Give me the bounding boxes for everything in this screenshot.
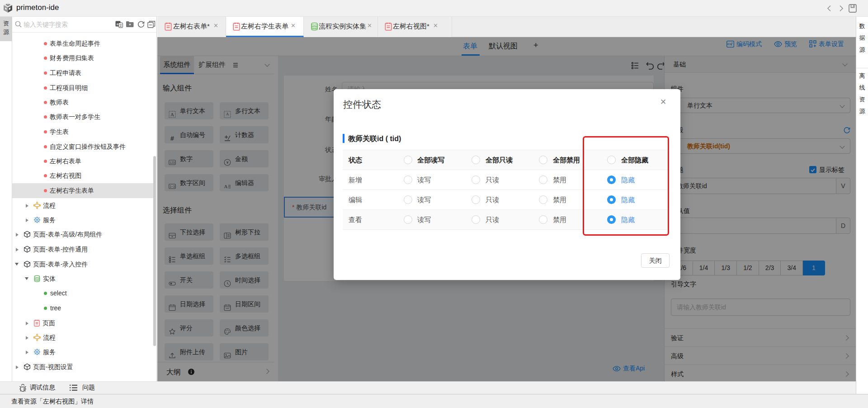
- svg-text:文: 文: [119, 24, 123, 28]
